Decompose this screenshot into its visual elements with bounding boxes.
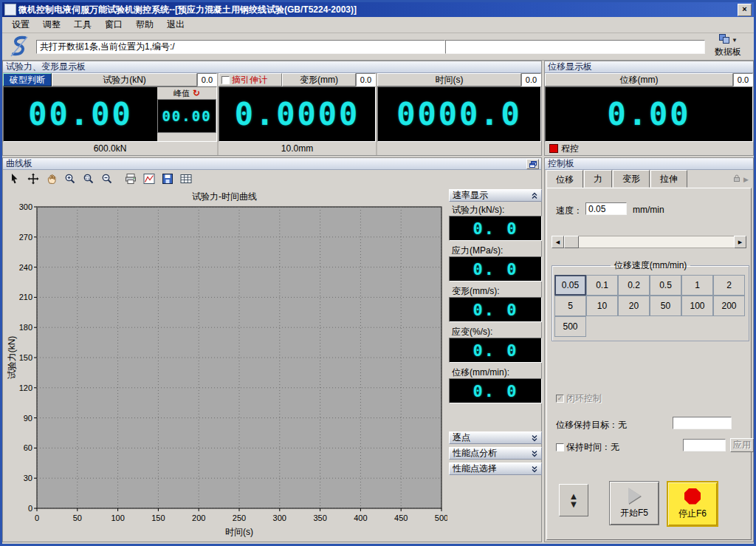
svg-text:150: 150	[151, 513, 165, 522]
svg-text:350: 350	[313, 513, 326, 522]
deform-header: 变形(mm)	[282, 73, 356, 86]
menu-bar: 设置调整工具窗口帮助退出	[2, 17, 754, 33]
speed-preset-20[interactable]: 20	[618, 296, 650, 316]
speed-preset-2[interactable]: 2	[713, 275, 745, 296]
rate-label-1: 试验力(kN/s):	[449, 202, 542, 216]
peak-display: 00.00	[157, 99, 216, 133]
time-header: 时间(s)	[377, 73, 521, 86]
speed-preset-1[interactable]: 1	[681, 275, 713, 296]
control-panel-title: 控制板	[545, 158, 753, 170]
speed-preset-500[interactable]: 500	[554, 316, 586, 337]
extensometer-checkbox-cell[interactable]: 摘引伸计	[219, 73, 282, 86]
curve-panel-title-text: 曲线板	[6, 158, 32, 168]
zoom-in-button[interactable]	[61, 171, 79, 188]
move-tool-button[interactable]	[24, 171, 42, 188]
app-icon	[4, 4, 16, 16]
control-tab-3[interactable]: 变形	[613, 170, 650, 188]
scrollbar-thumb[interactable]	[564, 236, 579, 248]
speed-preset-10[interactable]: 10	[586, 296, 618, 316]
speed-scrollbar[interactable]: ◀ ▶	[551, 236, 746, 248]
collapsed-section-label: 性能点分析	[453, 447, 497, 460]
rate-display-5: 0. 0	[449, 378, 542, 403]
tab-corner-icons: ▶	[733, 174, 749, 185]
hold-time-checkbox[interactable]	[556, 443, 564, 451]
rate-label-5: 位移(mm/min):	[449, 364, 542, 378]
speed-preset-5[interactable]: 5	[554, 296, 586, 316]
collapsed-section-3[interactable]: 性能点选择	[449, 463, 542, 475]
scroll-right-icon[interactable]: ▶	[734, 236, 746, 248]
break-judge-tab[interactable]: 破型判断	[3, 73, 52, 86]
stop-octagon-icon	[684, 488, 701, 505]
menu-item-1[interactable]: 设置	[5, 16, 36, 33]
start-button[interactable]: 开始F5	[609, 481, 659, 525]
rate-section-header[interactable]: 速率显示	[449, 189, 542, 202]
print-button[interactable]	[122, 171, 140, 188]
speed-preset-50[interactable]: 50	[650, 296, 681, 316]
hold-time-input[interactable]	[683, 439, 726, 451]
expand-down-icon[interactable]	[531, 465, 538, 473]
scrollbar-track[interactable]	[564, 236, 734, 248]
rate-panel: 速率显示 试验力(kN/s):0. 0应力(MPa/s):0. 0变形(mm/s…	[449, 189, 542, 478]
databoard-dropdown-icon[interactable]: ▼	[732, 37, 738, 44]
speed-preset-0.5[interactable]: 0.5	[650, 275, 681, 296]
expand-down-icon[interactable]	[531, 450, 538, 457]
force-header: 试验力(kN)	[52, 73, 197, 86]
speed-preset-200[interactable]: 200	[713, 296, 745, 316]
cursor-tool-button[interactable]	[6, 171, 24, 188]
force-group: 破型判断 试验力(kN) 0.0 00.00 峰值 ↻ 00.00 600.0k…	[3, 73, 219, 155]
speed-preset-group: 位移速度(mm/min) 0.050.10.20.512510205010020…	[551, 259, 749, 341]
app-window: 微机控制电液伺服万能试验机测控系统--[预应力混凝土用钢绞线试验(GB/T522…	[0, 0, 756, 546]
extensometer-checkbox[interactable]	[221, 76, 230, 84]
tab-scroll-right-icon[interactable]: ▶	[743, 176, 749, 183]
speed-input[interactable]	[585, 202, 627, 215]
displacement-group: 位移(mm) 0.0 0.00 程控	[545, 73, 753, 155]
collapsed-section-1[interactable]: 逐点	[449, 431, 542, 444]
zoom-window-button[interactable]	[80, 171, 97, 188]
databoard-icon	[718, 33, 730, 47]
hold-target-input[interactable]	[673, 417, 732, 429]
expand-down-icon[interactable]	[531, 434, 538, 442]
control-tab-1[interactable]: 位移	[546, 170, 583, 188]
hand-tool-button[interactable]	[43, 171, 61, 188]
svg-text:500: 500	[435, 513, 447, 522]
peak-refresh-icon[interactable]: ↻	[193, 88, 200, 98]
stop-button[interactable]: 停止F6	[667, 481, 718, 527]
apply-button[interactable]: 应用	[730, 438, 754, 452]
close-button[interactable]: ×	[738, 4, 752, 16]
menu-item-3[interactable]: 工具	[67, 16, 98, 33]
displacement-display: 0.00	[546, 87, 752, 141]
closed-loop-row[interactable]: ✓ 闭环控制	[556, 392, 602, 405]
speed-preset-100[interactable]: 100	[681, 296, 713, 316]
menu-item-6[interactable]: 退出	[160, 16, 191, 33]
svg-text:30: 30	[24, 474, 32, 482]
curve-view-button[interactable]	[140, 171, 158, 188]
data-grid-button[interactable]	[177, 171, 195, 188]
control-tab-4[interactable]: 拉伸	[650, 170, 687, 188]
crosshead-updown-button[interactable]: ▲ ▼	[559, 484, 588, 516]
speed-preset-0.2[interactable]: 0.2	[618, 275, 650, 296]
export-data-button[interactable]	[159, 171, 176, 188]
menu-item-4[interactable]: 窗口	[98, 16, 129, 33]
curve-panel-title: 曲线板	[3, 158, 541, 170]
deform-small-value: 0.0	[356, 73, 376, 86]
menu-item-2[interactable]: 调整	[36, 16, 67, 33]
zoom-out-button[interactable]	[98, 171, 116, 188]
speed-preset-0.05[interactable]: 0.05	[554, 275, 586, 296]
restore-window-icon[interactable]	[526, 159, 539, 169]
collapse-up-icon[interactable]	[531, 192, 538, 199]
svg-text:250: 250	[233, 513, 246, 522]
toolbar: 共打开数据1条,当前位置为1,编号:/ ▼ 数据板	[2, 33, 754, 61]
start-button-label: 开始F5	[620, 507, 648, 519]
scroll-left-icon[interactable]: ◀	[551, 236, 564, 248]
hold-time-label: 保持时间：无	[566, 441, 619, 454]
menu-item-5[interactable]: 帮助	[129, 16, 160, 33]
rate-label-3: 变形(mm/s):	[449, 283, 542, 297]
speed-preset-0.1[interactable]: 0.1	[586, 275, 618, 296]
program-control-label: 程控	[561, 142, 579, 155]
control-panel: 控制板 位移力变形拉伸 ▶ 速度： mm/min ◀ ▶ 位移速度(mm/min…	[544, 157, 754, 542]
control-tab-2[interactable]: 力	[584, 170, 612, 188]
extensometer-label: 摘引伸计	[232, 74, 267, 86]
collapsed-section-2[interactable]: 性能点分析	[449, 447, 542, 460]
databoard-button[interactable]: ▼ 数据板	[707, 34, 749, 59]
displacement-small-value: 0.0	[733, 73, 753, 86]
